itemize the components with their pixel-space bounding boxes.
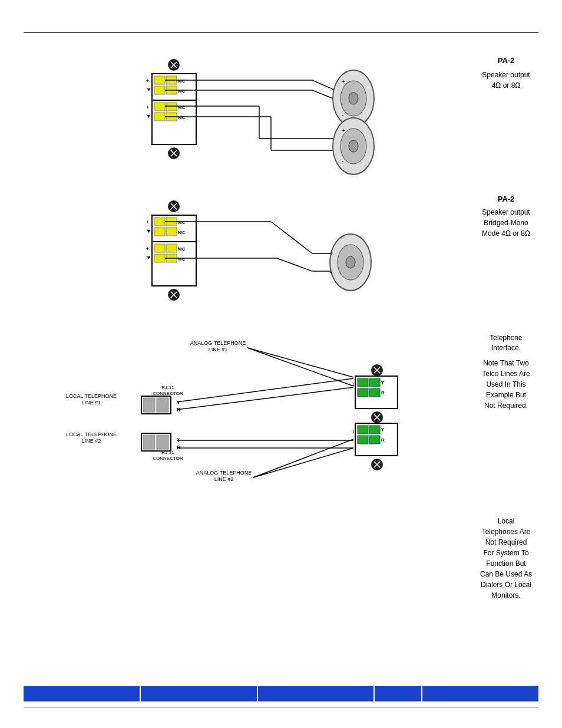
top-rule [24,32,538,33]
svg-rect-4 [154,76,165,84]
section3-note: Note That Two Telco Lines Are Used In Th… [480,358,533,411]
svg-text:N/C: N/C [178,89,185,93]
svg-point-43 [349,140,358,152]
svg-line-71 [271,222,312,253]
svg-rect-7 [154,86,165,94]
bottom-rule [24,707,538,707]
footer-bar [24,686,538,701]
section1-diagram: N/C N/C N/C N/C + ▼ + ▼ [24,47,538,177]
svg-rect-11 [154,103,165,111]
svg-rect-118 [369,388,380,397]
footer-cell-5 [422,686,538,701]
footer-cell-4 [375,686,422,701]
section3-svg: ANALOG TELEPHONE LINE #1 LOCAL TELEPHONE… [24,330,465,513]
section3-title: Telephone Interface. [480,333,533,353]
section2-diagram: N/C N/C N/C N/C + ▼ + ▼ [24,189,538,318]
svg-rect-129 [369,436,380,444]
svg-point-78 [346,256,355,268]
svg-rect-102 [157,435,168,449]
svg-text:LINE #2: LINE #2 [214,476,234,482]
svg-rect-128 [358,436,368,444]
svg-text:CONNECTOR: CONNECTOR [153,456,183,461]
svg-point-30 [349,93,358,104]
svg-rect-115 [358,378,368,387]
svg-text:▼: ▼ [146,228,151,234]
svg-text:N/C: N/C [178,220,185,225]
svg-line-108 [253,448,353,477]
svg-text:-: - [342,157,343,164]
svg-rect-127 [369,426,380,434]
svg-text:+: + [330,250,333,256]
svg-rect-57 [154,244,165,252]
svg-text:+: + [146,219,149,225]
svg-text:N/C: N/C [178,79,185,83]
svg-text:1: 1 [352,429,355,434]
section3-diagram: ANALOG TELEPHONE LINE #1 LOCAL TELEPHONE… [24,330,538,513]
svg-rect-101 [143,435,155,449]
section1-title: PA-2 [480,56,533,65]
section1-label: PA-2 Speaker output 4Ω or 8Ω [480,56,533,91]
svg-rect-12 [166,103,177,111]
svg-text:T: T [381,380,384,386]
svg-rect-116 [369,378,380,387]
section4: Local Telephones Are Not Required For Sy… [24,516,538,592]
svg-line-74 [277,258,312,271]
svg-rect-54 [166,228,177,236]
svg-line-83 [247,348,353,377]
svg-text:+: + [342,78,345,85]
svg-rect-126 [358,426,368,434]
footer-cell-1 [24,686,141,701]
svg-text:N/C: N/C [178,257,185,261]
svg-rect-91 [157,398,168,412]
svg-rect-58 [166,244,177,252]
svg-rect-53 [154,228,165,236]
svg-text:CONNECTOR: CONNECTOR [153,391,183,396]
footer-cell-2 [141,686,258,701]
svg-text:T: T [381,427,384,433]
svg-text:ANALOG TELEPHONE: ANALOG TELEPHONE [190,340,246,346]
svg-text:R: R [381,437,385,443]
svg-text:1: 1 [352,381,355,387]
svg-text:RJ-11: RJ-11 [161,385,174,390]
svg-rect-60 [154,254,165,262]
svg-text:N/C: N/C [178,116,185,120]
section2-svg: N/C N/C N/C N/C + ▼ + ▼ [24,189,465,318]
svg-text:-: - [330,269,332,275]
svg-text:LINE #1: LINE #1 [82,400,101,406]
main-content: N/C N/C N/C N/C + ▼ + ▼ [24,41,538,699]
svg-line-107 [253,439,353,477]
svg-rect-117 [358,388,368,397]
svg-text:+: + [146,246,149,252]
footer-cell-3 [258,686,375,701]
section2-label: PA-2 Speaker output Bridged-Mono Mode 4Ω… [480,195,533,239]
section4-note: Local Telephones Are Not Required For Sy… [480,516,533,601]
section1-desc: Speaker output 4Ω or 8Ω [480,70,533,91]
svg-text:▼: ▼ [146,113,151,119]
section2-desc: Speaker output Bridged-Mono Mode 4Ω or 8… [480,207,533,239]
svg-text:N/C: N/C [178,247,185,251]
section2-title: PA-2 [480,195,533,203]
svg-rect-90 [143,398,155,412]
svg-text:R: R [381,390,385,396]
svg-text:LOCAL TELEPHONE: LOCAL TELEPHONE [66,431,117,437]
svg-text:T: T [177,400,180,406]
svg-text:LINE #1: LINE #1 [209,347,228,353]
svg-text:ANALOG TELEPHONE: ANALOG TELEPHONE [196,470,252,476]
svg-text:+: + [146,104,149,110]
svg-text:-: - [342,111,343,118]
svg-text:+: + [146,78,149,84]
svg-text:N/C: N/C [178,230,185,235]
svg-text:LINE #2: LINE #2 [82,438,101,444]
section3-label: Telephone Interface. Note That Two Telco… [480,333,533,411]
svg-text:R: R [177,444,181,450]
section1-svg: N/C N/C N/C N/C + ▼ + ▼ [24,47,465,177]
svg-rect-50 [154,218,165,226]
svg-text:LOCAL TELEPHONE: LOCAL TELEPHONE [66,393,117,399]
svg-text:+: + [342,127,345,134]
svg-text:▼: ▼ [146,87,151,93]
svg-text:▼: ▼ [146,255,151,261]
svg-rect-14 [154,113,165,121]
